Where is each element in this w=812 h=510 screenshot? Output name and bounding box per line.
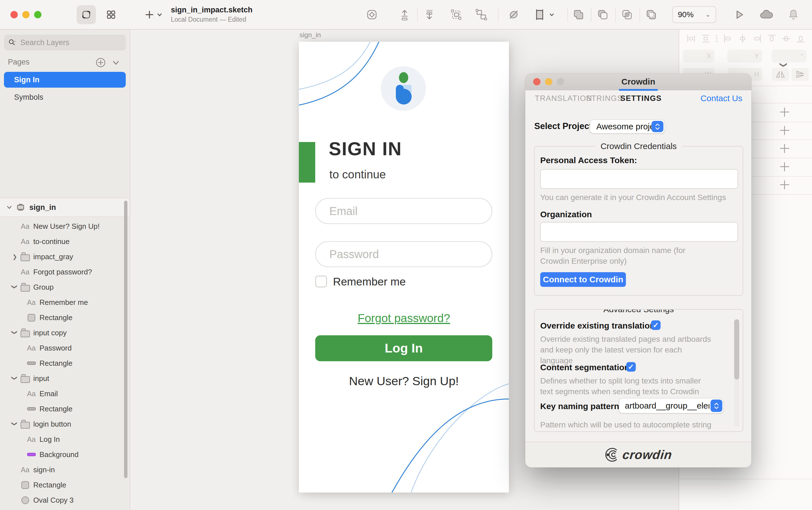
layer-row[interactable]: ❯ Rectangle — [0, 401, 129, 416]
email-field[interactable]: Email — [315, 198, 492, 224]
resize-chevron[interactable] — [547, 7, 556, 23]
collapse-pages-chevron[interactable] — [112, 59, 120, 66]
remember-me-checkbox[interactable] — [315, 276, 327, 288]
layer-row[interactable]: ❯ input copy — [0, 325, 129, 340]
align-center-horizontal-icon[interactable] — [737, 33, 748, 44]
log-in-button[interactable]: Log In — [315, 335, 492, 361]
align-left-icon[interactable] — [722, 33, 734, 44]
add-style-button[interactable] — [780, 108, 789, 117]
layer-row[interactable]: ❯ Rectangle — [0, 310, 129, 325]
connect-to-crowdin-button[interactable]: Connect to Crowdin — [540, 272, 626, 287]
layer-row[interactable]: ❯ Background — [0, 447, 129, 462]
organization-input[interactable] — [540, 222, 738, 242]
chevron-down-icon[interactable] — [6, 204, 12, 210]
x-position-field[interactable]: X — [683, 50, 715, 63]
collapse-section-chevron[interactable]: ❯ — [779, 62, 788, 68]
page-item-sign-in[interactable]: Sign In — [4, 72, 126, 88]
distribute-vertically-icon[interactable] — [700, 33, 712, 44]
chevron-icon[interactable]: ❯ — [12, 253, 17, 260]
add-style-button[interactable] — [780, 144, 789, 153]
send-backward-button[interactable] — [422, 7, 437, 23]
y-position-field[interactable]: Y — [727, 50, 762, 63]
align-middle-vertical-icon[interactable] — [780, 33, 792, 44]
layer-row[interactable]: ❯ Aa Email — [0, 386, 129, 401]
boolean-union-button[interactable] — [571, 7, 586, 23]
close-window-button[interactable] — [10, 11, 18, 18]
token-input[interactable] — [540, 169, 738, 189]
group-button[interactable] — [448, 7, 464, 23]
layer-row[interactable]: ❯ Aa Log In — [0, 432, 129, 447]
distribute-horizontally-icon[interactable] — [686, 33, 697, 44]
tab-strings[interactable]: STRINGS — [586, 94, 623, 103]
layer-row[interactable]: ❯ Rectangle — [0, 477, 129, 492]
align-top-icon[interactable] — [766, 33, 777, 44]
page-item-symbols[interactable]: Symbols — [4, 89, 126, 105]
advanced-scrollbar[interactable] — [734, 319, 739, 427]
remember-me-label[interactable]: Remember me — [333, 276, 406, 288]
more-options-icon[interactable] — [715, 33, 719, 44]
rotation-field[interactable]: ° — [772, 50, 807, 63]
chevron-icon[interactable]: ❯ — [11, 421, 18, 426]
insert-chevron[interactable] — [154, 7, 165, 23]
tab-translation[interactable]: TRANSLATION — [535, 94, 592, 103]
flip-horizontal-button[interactable] — [772, 68, 789, 81]
resize-artboard-button[interactable] — [532, 7, 548, 23]
add-page-button[interactable] — [95, 57, 106, 68]
boolean-intersect-button[interactable] — [619, 7, 635, 23]
grid-view-toggle[interactable] — [102, 5, 121, 24]
boolean-difference-button[interactable] — [643, 7, 659, 23]
layer-row[interactable]: ❯ Group — [0, 279, 129, 295]
flip-vertical-button[interactable] — [791, 68, 809, 81]
align-right-icon[interactable] — [751, 33, 763, 44]
green-accent-rectangle[interactable] — [299, 142, 315, 183]
no-fill-tool-button[interactable] — [506, 7, 522, 23]
layer-row[interactable]: ❯ Aa Forgot password? — [0, 264, 129, 279]
key-naming-select[interactable]: artboard__group__elemer — [619, 398, 724, 413]
align-bottom-icon[interactable] — [795, 33, 806, 44]
create-symbol-button[interactable] — [364, 7, 380, 23]
layer-row[interactable]: ❯ Aa sign-in — [0, 462, 129, 477]
segmentation-checkbox[interactable]: ✓ — [626, 362, 636, 372]
preview-button[interactable] — [731, 7, 747, 23]
artboard-title[interactable]: sign_in — [299, 31, 321, 39]
sidebar-scrollbar[interactable] — [124, 201, 127, 478]
boolean-subtract-button[interactable] — [595, 7, 611, 23]
layer-row[interactable]: ❯ Aa New User? Sign Up! — [0, 219, 129, 234]
layer-row[interactable]: ❯ input — [0, 371, 129, 386]
tab-settings[interactable]: SETTINGS — [620, 94, 662, 103]
chevron-icon[interactable]: ❯ — [11, 330, 18, 335]
advanced-scrollbar-thumb[interactable] — [734, 319, 739, 380]
add-style-button[interactable] — [780, 162, 789, 171]
cloud-sync-button[interactable] — [758, 7, 774, 23]
layer-row[interactable]: ❯ login button — [0, 416, 129, 432]
bring-forward-button[interactable] — [397, 7, 412, 23]
layer-row[interactable]: ❯ Aa Password — [0, 340, 129, 356]
chevron-icon[interactable]: ❯ — [11, 376, 18, 380]
override-checkbox[interactable]: ✓ — [651, 320, 661, 330]
to-continue-subheading[interactable]: to continue — [329, 168, 386, 181]
password-field[interactable]: Password — [315, 241, 492, 267]
layer-row[interactable]: ❯ Oval Copy 3 — [0, 492, 129, 508]
zoom-level-select[interactable]: 90% ⌄ — [672, 6, 716, 23]
chevron-icon[interactable]: ❯ — [11, 284, 18, 289]
add-style-button[interactable] — [780, 126, 789, 135]
sign-in-artboard[interactable]: SIGN IN to continue Email Password Remem… — [299, 42, 509, 492]
layer-row[interactable]: ❯ Aa to-continue — [0, 234, 129, 249]
canvas-view-toggle[interactable] — [77, 5, 96, 24]
artboard-layer-header[interactable]: sign_in — [0, 198, 129, 217]
add-style-button[interactable] — [780, 180, 789, 189]
forgot-password-link[interactable]: Forgot password? — [299, 312, 509, 325]
fullscreen-window-button[interactable] — [34, 11, 41, 18]
sign-in-heading[interactable]: SIGN IN — [329, 138, 402, 159]
minimize-window-button[interactable] — [22, 11, 30, 18]
sign-up-link[interactable]: New User? Sign Up! — [299, 374, 509, 388]
layer-row[interactable]: ❯ Rectangle — [0, 356, 129, 371]
search-layers-field[interactable]: Search Layers — [4, 35, 126, 51]
crowdin-titlebar[interactable]: Crowdin — [525, 73, 751, 90]
ungroup-button[interactable] — [473, 7, 489, 23]
app-logo[interactable] — [381, 66, 426, 111]
project-select[interactable]: Awesome project — [590, 119, 665, 133]
layer-row[interactable]: ❯ impact_gray — [0, 249, 129, 264]
contact-us-link[interactable]: Contact Us — [701, 94, 742, 103]
notifications-button[interactable] — [785, 7, 801, 23]
